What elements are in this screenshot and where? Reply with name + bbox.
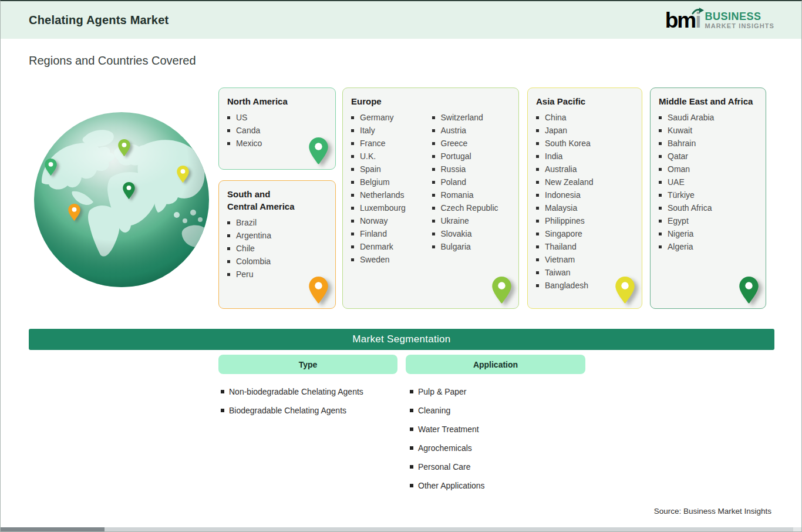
item-label: Canda: [236, 124, 260, 137]
bullet-square-icon: [227, 142, 230, 145]
bullet-square-icon: [410, 390, 413, 393]
infographic-page: Chelating Agents Market bmi BUSINESS MAR…: [0, 0, 802, 532]
country-item: New Zealand: [535, 176, 635, 188]
bullet-square-icon: [410, 409, 413, 412]
item-label: Water Treatment: [418, 420, 479, 439]
bullet-square-icon: [659, 233, 662, 235]
item-label: Oman: [668, 163, 690, 176]
item-label: Slovakia: [441, 227, 472, 240]
item-label: Thailand: [545, 240, 577, 253]
item-label: Japan: [545, 124, 567, 137]
bullet-square-icon: [659, 168, 662, 171]
item-label: Germany: [360, 111, 394, 124]
country-item: Netherlands: [350, 188, 431, 201]
bullet-square-icon: [227, 260, 230, 263]
item-label: South Africa: [668, 201, 712, 214]
region-title: Asia Pacific: [536, 95, 635, 107]
country-item: Türkiye: [658, 188, 759, 201]
bullet-square-icon: [221, 390, 224, 393]
country-item: Singapore: [535, 227, 635, 240]
application-segment-item: Water Treatment: [410, 420, 485, 439]
market-segmentation-banner: Market Segmentation: [29, 329, 774, 350]
bullet-square-icon: [227, 221, 230, 224]
bullet-square-icon: [227, 234, 230, 237]
item-label: Nigeria: [668, 227, 693, 240]
bullet-square-icon: [351, 181, 354, 184]
country-item: Malaysia: [535, 201, 635, 214]
item-label: US: [236, 111, 247, 124]
horizontal-scrollbar-thumb[interactable]: [1, 527, 105, 531]
item-label: Vietnam: [545, 253, 575, 266]
country-item: Czech Republic: [431, 201, 512, 214]
application-segment-item: Agrochemicals: [410, 439, 485, 457]
item-label: Switzerland: [441, 111, 483, 124]
country-item: Saudi Arabia: [658, 111, 759, 124]
horizontal-scrollbar-track[interactable]: [1, 527, 801, 531]
item-label: Algeria: [668, 240, 693, 253]
bullet-square-icon: [536, 284, 539, 287]
application-segment-item: Other Applications: [410, 476, 485, 495]
bullet-square-icon: [351, 116, 354, 119]
country-item: Switzerland: [431, 111, 512, 124]
application-segment-item: Pulp & Paper: [410, 382, 485, 401]
bullet-square-icon: [227, 273, 230, 276]
country-item: Russia: [431, 163, 512, 176]
item-label: Italy: [360, 124, 375, 137]
map-pin-icon: [739, 277, 759, 304]
scrollbar-corner: [793, 527, 801, 531]
globe-pin-europe-icon: [118, 139, 130, 156]
item-label: Mexico: [236, 137, 262, 150]
country-item: Austria: [431, 124, 512, 137]
bullet-square-icon: [351, 155, 354, 158]
globe-pin-south-america-icon: [68, 204, 80, 221]
country-list: SwitzerlandAustriaGreecePortugalRussiaPo…: [431, 111, 512, 266]
item-label: U.K.: [360, 150, 376, 163]
item-label: Portugal: [441, 150, 471, 163]
country-item: Vietnam: [535, 253, 635, 266]
country-item: Bahrain: [658, 137, 759, 150]
item-label: New Zealand: [545, 176, 594, 188]
country-item: Spain: [350, 163, 431, 176]
country-item: Sweden: [350, 253, 431, 266]
country-list: GermanyItalyFranceU.K.SpainBelgiumNether…: [350, 111, 431, 266]
segment-type-label: Type: [299, 360, 318, 369]
segment-header-type: Type: [218, 355, 397, 374]
country-item: Canda: [226, 124, 328, 137]
bullet-square-icon: [536, 194, 539, 197]
bullet-square-icon: [410, 446, 413, 450]
item-label: Pulp & Paper: [418, 382, 467, 401]
region-card-north-america: North America USCandaMexico: [218, 87, 336, 170]
item-label: India: [545, 150, 562, 163]
item-label: Chile: [236, 242, 255, 255]
country-item: Norway: [350, 214, 431, 227]
country-item: UAE: [658, 176, 759, 188]
item-label: Personal Care: [418, 457, 471, 476]
bullet-square-icon: [432, 129, 435, 132]
country-item: Romania: [431, 188, 512, 201]
country-item: South Korea: [535, 137, 635, 150]
item-label: UAE: [668, 176, 685, 188]
item-label: Bangladesh: [545, 279, 588, 292]
type-segment-list: Non-biodegradable Chelating AgentsBiodeg…: [221, 382, 363, 420]
europe-columns: GermanyItalyFranceU.K.SpainBelgiumNether…: [350, 111, 511, 266]
bmi-logo-mark: bmi: [665, 9, 700, 32]
country-item: U.K.: [350, 150, 431, 163]
item-label: Australia: [545, 163, 577, 176]
logo-wordmark: BUSINESS MARKET INSIGHTS: [705, 11, 774, 30]
globe-pin-middle-east-icon: [123, 182, 135, 199]
item-label: Other Applications: [418, 476, 485, 495]
map-pin-icon: [492, 277, 511, 304]
item-label: Luxembourg: [360, 201, 406, 214]
application-segment-list: Pulp & PaperCleaningWater TreatmentAgroc…: [410, 382, 485, 495]
item-label: Romania: [441, 188, 474, 201]
bullet-square-icon: [227, 116, 230, 119]
bullet-square-icon: [432, 233, 435, 235]
item-label: Egypt: [668, 214, 689, 227]
bullet-square-icon: [536, 271, 539, 274]
bullet-square-icon: [351, 245, 354, 248]
item-label: Non-biodegradable Chelating Agents: [229, 382, 363, 401]
country-item: Italy: [350, 124, 431, 137]
bullet-square-icon: [536, 220, 539, 223]
bullet-square-icon: [432, 207, 435, 210]
map-pin-icon: [615, 277, 635, 304]
